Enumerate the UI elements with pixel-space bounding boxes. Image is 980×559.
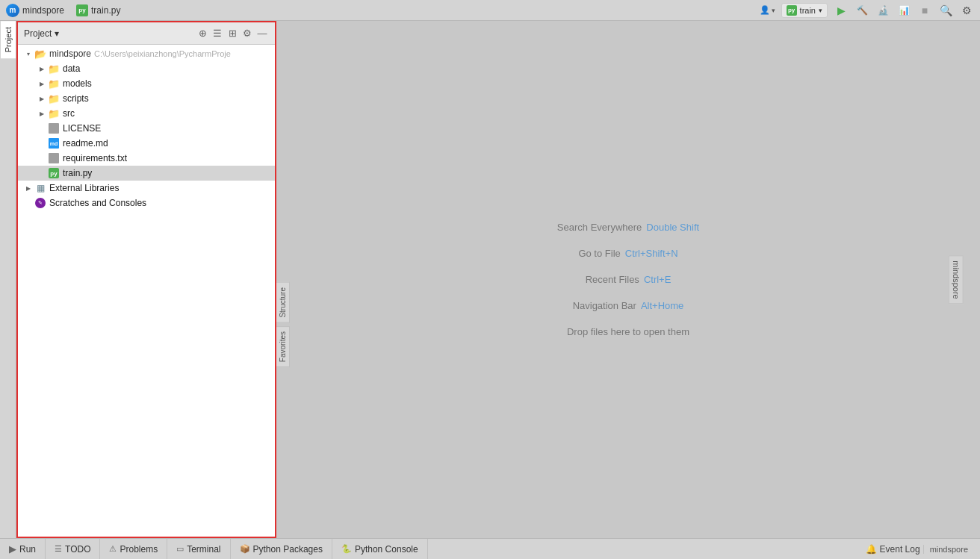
tree-item-readme[interactable]: ▶ md readme.md [18,136,275,151]
panel-settings-button[interactable]: ⚙ [241,27,254,40]
search-button[interactable]: 🔍 [938,3,953,18]
python-packages-tab-label: Python Packages [253,544,323,555]
problems-status-tab[interactable]: ⚠ Problems [100,539,167,559]
folder-arrow: ▶ [37,79,46,88]
event-log-label: Event Log [880,544,920,555]
folder-data-label: data [63,63,269,74]
hint-recent-shortcut: Ctrl+E [644,274,671,285]
root-label-row: mindspore C:\Users\peixianzhong\PycharmP… [49,49,231,59]
file-icon-py: py [48,167,60,179]
tree-item-src[interactable]: ▶ 📁 src [18,106,275,121]
problems-tab-label: Problems [120,544,158,555]
python-console-tab-label: Python Console [355,544,418,555]
root-arrow: ▾ [24,49,33,58]
file-icon-md: md [48,137,60,149]
ext-libs-icon: ▦ [34,182,46,194]
file-tab[interactable]: py train.py [76,4,120,16]
run-config-selector[interactable]: py train ▾ [781,3,828,18]
hint-search-label: Search Everywhere [557,222,642,233]
folder-arrow: ▶ [37,94,46,103]
hint-search-shortcut: Double Shift [646,222,699,233]
terminal-tab-label: Terminal [187,544,220,555]
todo-tab-icon: ☰ [55,544,62,554]
favorites-tab[interactable]: Favorites [276,326,290,367]
tree-item-models[interactable]: ▶ 📁 models [18,76,275,91]
hint-goto-shortcut: Ctrl+Shift+N [625,248,678,259]
root-folder-icon: 📂 [34,48,46,60]
folder-models-label: models [63,78,269,89]
todo-tab-label: TODO [65,544,90,555]
tree-item-requirements[interactable]: ▶ requirements.txt [18,151,275,166]
hint-drop: Drop files here to open them [567,326,689,337]
terminal-status-tab[interactable]: ▭ Terminal [167,539,230,559]
python-console-status-tab[interactable]: 🐍 Python Console [332,539,428,559]
file-tree: ▾ 📂 mindspore C:\Users\peixianzhong\Pych… [18,45,275,537]
left-tabs: Project [0,21,16,538]
profile-button[interactable]: 📊 [896,3,911,18]
run-config-name: train [800,6,816,15]
app-logo[interactable]: m mindspore [6,4,64,17]
hint-navbar: Navigation Bar Alt+Home [573,300,684,311]
file-train-label: train.py [63,168,269,178]
problems-tab-icon: ⚠ [109,544,117,554]
run-tab-label: Run [19,544,36,555]
folder-src-label: src [63,108,269,119]
panel-minimize-button[interactable]: — [255,27,269,40]
folder-icon-scripts: 📁 [48,93,60,104]
file-license-label: LICENSE [63,123,269,134]
expand-all-button[interactable]: ⊞ [226,27,239,40]
user-icon: 👤 [760,5,770,15]
folder-scripts-label: scripts [63,93,269,104]
run-status-tab[interactable]: ▶ Run [0,539,46,559]
logo-icon: m [6,4,19,17]
hint-recent-label: Recent Files [586,274,639,285]
structure-side-panels: Structure Favorites [276,282,290,367]
run-tab-icon: ▶ [9,543,16,555]
build-button[interactable]: 🔨 [855,3,869,18]
root-path: C:\Users\peixianzhong\PycharmProje [94,49,231,58]
tree-item-external-libs[interactable]: ▶ ▦ External Libraries [18,181,275,196]
tree-item-data[interactable]: ▶ 📁 data [18,61,275,76]
ext-libs-label: External Libraries [49,183,269,193]
todo-status-tab[interactable]: ☰ TODO [46,539,100,559]
status-right: 🔔 Event Log mindspore [866,544,980,555]
hint-goto: Go to File Ctrl+Shift+N [578,248,677,259]
title-right: 👤 ▾ py train ▾ ▶ 🔨 🔬 📊 ■ 🔍 ⚙ [760,3,974,18]
content-area: Search Everywhere Double Shift Go to Fil… [276,21,980,538]
user-button[interactable]: 👤 ▾ [760,5,775,15]
scratches-icon: ✎ [34,197,46,209]
run-button[interactable]: ▶ [834,3,849,18]
tree-item-train[interactable]: ▶ py train.py [18,166,275,181]
structure-tab[interactable]: Structure [276,282,290,323]
tree-item-scratches[interactable]: ▶ ✎ Scratches and Consoles [18,196,275,210]
event-log-button[interactable]: 🔔 Event Log [866,544,920,555]
title-bar: m mindspore py train.py 👤 ▾ py train ▾ ▶… [0,0,980,21]
folder-icon-src: 📁 [48,107,60,119]
tree-item-scripts[interactable]: ▶ 📁 scripts [18,91,275,106]
project-panel: Project ▾ ⊕ ☰ ⊞ ⚙ — ▾ 📂 mindspore [16,21,276,538]
python-console-tab-icon: 🐍 [341,544,352,554]
folder-icon-data: 📁 [48,63,60,75]
stop-button[interactable]: ■ [917,3,932,18]
tree-item-license[interactable]: ▶ LICENSE [18,121,275,136]
folder-icon-models: 📁 [48,78,60,90]
project-side-tab[interactable]: Project [1,21,16,58]
py-file-icon: py [76,4,88,16]
run-config-arrow: ▾ [819,7,822,14]
tree-root-item[interactable]: ▾ 📂 mindspore C:\Users\peixianzhong\Pych… [18,46,275,61]
coverage-button[interactable]: 🔬 [875,3,890,18]
ext-arrow: ▶ [24,184,33,193]
hint-navbar-label: Navigation Bar [573,300,636,311]
locate-file-button[interactable]: ⊕ [196,27,209,40]
settings-button[interactable]: ⚙ [959,3,974,18]
panel-header: Project ▾ ⊕ ☰ ⊞ ⚙ — [18,22,275,45]
file-name: train.py [91,5,120,16]
root-name: mindspore [49,49,91,59]
user-dropdown-icon: ▾ [772,7,775,14]
collapse-all-button[interactable]: ☰ [211,27,224,40]
event-log-icon: 🔔 [866,544,877,555]
hint-navbar-shortcut: Alt+Home [641,300,683,311]
folder-arrow: ▶ [37,64,46,73]
python-packages-status-tab[interactable]: 📦 Python Packages [231,539,332,559]
right-mindspore-panel[interactable]: mindspore [948,255,963,304]
